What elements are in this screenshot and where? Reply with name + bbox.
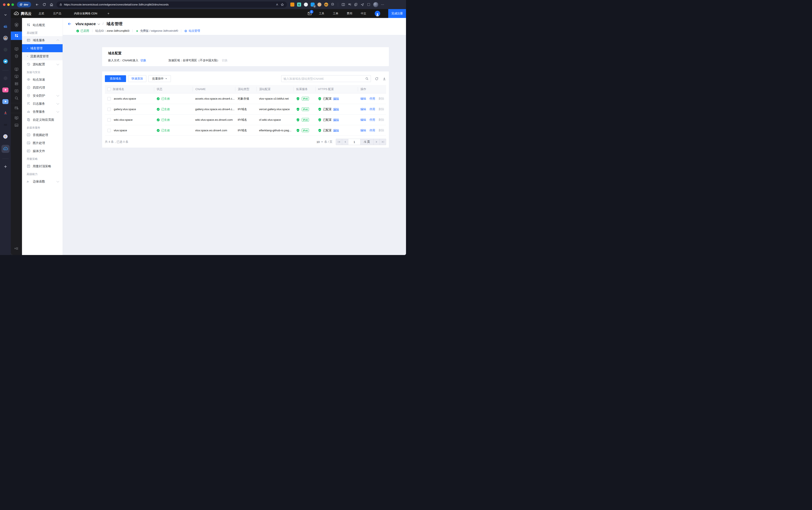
search-input[interactable] — [284, 77, 365, 80]
next-page-button[interactable] — [374, 139, 380, 145]
back-button[interactable] — [34, 2, 41, 8]
reader-aloud-icon[interactable]: A — [276, 3, 278, 6]
back-to-sites-button[interactable] — [67, 22, 72, 26]
extension-cat-icon[interactable] — [290, 3, 294, 6]
row-checkbox[interactable] — [108, 108, 111, 111]
menu-domain-management-active[interactable]: 域名管理 — [22, 44, 63, 52]
disable-link[interactable]: 停用 — [370, 128, 375, 132]
access-switch-link[interactable]: 切换 — [140, 59, 146, 62]
browser-profile-avatar[interactable] — [373, 2, 378, 7]
tab-tencent-cloud-active[interactable] — [1, 145, 9, 153]
tencent-cloud-logo[interactable]: 腾讯云 — [13, 11, 31, 17]
menu-traffic-scheduling[interactable]: 流量调度管理 — [22, 52, 63, 60]
menu-usage-cap[interactable]: 用量封顶策略 — [22, 162, 63, 170]
batch-actions-button[interactable]: 批量操作 — [148, 75, 171, 82]
new-tab-plus-icon[interactable] — [2, 163, 9, 170]
complete-register-button[interactable]: 完成注册 — [388, 9, 406, 18]
nav-tickets[interactable]: 工单 — [333, 12, 338, 16]
add-domain-button[interactable]: 添加域名 — [105, 75, 126, 82]
rail-mail-settings-icon[interactable] — [11, 104, 22, 112]
edit-link[interactable]: 编辑 — [360, 128, 366, 132]
rail-collapse-icon[interactable] — [11, 245, 22, 252]
ipv6-badge[interactable]: IPv6 — [302, 108, 309, 111]
rail-image-icon[interactable] — [11, 122, 22, 129]
quick-add-button[interactable]: 快速添加 — [128, 75, 146, 82]
menu-media-files[interactable]: 媒体文件 — [22, 147, 63, 155]
https-edit-link[interactable]: 编辑 — [333, 97, 339, 101]
tab-telegram-icon[interactable] — [2, 58, 9, 64]
shield-check-icon[interactable] — [296, 97, 300, 101]
row-checkbox[interactable] — [108, 129, 111, 132]
screenshot-icon[interactable] — [367, 3, 371, 6]
menu-image-processing[interactable]: 图片处理 — [22, 139, 63, 147]
browser-menu-icon[interactable]: ⋯ — [381, 3, 384, 6]
tab-ship-icon[interactable] — [2, 110, 9, 116]
rail-monitor-refresh-icon[interactable] — [11, 66, 22, 73]
site-manage-link[interactable]: 站点管理 — [184, 29, 200, 33]
copy-add-icon[interactable] — [354, 3, 358, 6]
rail-site-list-active[interactable] — [11, 31, 22, 40]
menu-site-overview[interactable]: 站点概览 — [22, 21, 63, 29]
browser-profile-badge[interactable]: dev — [17, 2, 31, 7]
tab-dim-icon[interactable] — [2, 75, 9, 82]
share-send-icon[interactable] — [360, 3, 364, 6]
menu-site-acceleration[interactable]: 站点加速 — [22, 76, 63, 84]
address-bar[interactable]: https://console.tencentcloud.com/edgeone… — [56, 1, 287, 8]
prev-page-button[interactable] — [342, 139, 348, 145]
search-icon[interactable] — [365, 77, 369, 80]
minimize-window-button[interactable] — [7, 3, 10, 6]
disable-link[interactable]: 停用 — [370, 108, 375, 111]
https-edit-link[interactable]: 编辑 — [333, 118, 339, 122]
extension-bird-icon[interactable]: 1 — [311, 3, 315, 6]
menu-edge-functions[interactable]: fx 边缘函数 — [22, 177, 63, 185]
menu-domain-service[interactable]: 域名服务 — [22, 36, 63, 44]
home-button[interactable] — [48, 2, 55, 8]
download-icon[interactable] — [382, 77, 386, 81]
menu-alerts[interactable]: 告警服务 — [22, 108, 63, 116]
edit-link[interactable]: 编辑 — [360, 108, 366, 111]
nav-tools[interactable]: 工具 — [319, 12, 324, 16]
tab-controller-icon[interactable] — [2, 122, 9, 128]
tab-v-icon[interactable]: V — [2, 133, 9, 140]
rail-server-stack-icon[interactable] — [11, 80, 22, 87]
nav-add-tab[interactable]: + — [108, 11, 110, 16]
messages-button[interactable]: 5 — [308, 12, 312, 15]
ipv6-badge[interactable]: IPv6 — [302, 118, 309, 122]
rail-ip-icon[interactable]: IP — [11, 87, 22, 94]
extension-penguin-icon[interactable] — [304, 3, 308, 6]
reload-button[interactable] — [41, 2, 48, 8]
ipv6-badge[interactable]: IPv6 — [302, 128, 309, 132]
tab-github-icon[interactable] — [2, 47, 9, 53]
rail-monitor-rows-icon[interactable] — [11, 114, 22, 122]
menu-origin-config[interactable]: 源站配置 — [22, 60, 63, 68]
menu-security[interactable]: 安全防护 — [22, 92, 63, 99]
user-avatar[interactable] — [375, 11, 380, 16]
row-checkbox[interactable] — [108, 118, 111, 122]
select-all-checkbox[interactable] — [108, 88, 111, 91]
rail-monitor-download-icon[interactable] — [11, 73, 22, 80]
extensions-puzzle-icon[interactable] — [331, 3, 335, 6]
row-checkbox[interactable] — [108, 97, 111, 100]
https-edit-link[interactable]: 编辑 — [333, 108, 339, 111]
disable-link[interactable]: 停用 — [370, 118, 375, 122]
nav-cdn[interactable]: 内容分发网络 CDN — [74, 12, 97, 16]
favorite-star-icon[interactable] — [281, 3, 284, 6]
collections-icon[interactable] — [348, 3, 351, 6]
menu-custom-pages[interactable]: 自定义响应页面 — [22, 116, 63, 124]
tab-blue-video-icon[interactable] — [2, 98, 9, 105]
menu-logs[interactable]: 日志服务 — [22, 99, 63, 108]
page-size-select[interactable]: 10 条 / 页 — [317, 140, 332, 144]
edit-link[interactable]: 编辑 — [360, 118, 366, 122]
shield-check-icon[interactable] — [296, 128, 300, 132]
rail-search-icon[interactable] — [11, 94, 22, 102]
menu-av-processing[interactable]: 音视频处理 — [22, 131, 63, 139]
split-screen-icon[interactable] — [342, 3, 345, 6]
tab-cloud-icon[interactable] — [2, 23, 9, 30]
ipv6-badge[interactable]: IPv6 — [302, 97, 309, 100]
rail-edgeone-shield-icon[interactable] — [11, 21, 22, 29]
tab-avatar-icon[interactable] — [2, 35, 9, 41]
maximize-window-button[interactable] — [11, 3, 14, 6]
close-window-button[interactable] — [3, 3, 5, 6]
https-edit-link[interactable]: 编辑 — [333, 128, 339, 132]
extension-avatar-icon[interactable] — [317, 3, 321, 6]
